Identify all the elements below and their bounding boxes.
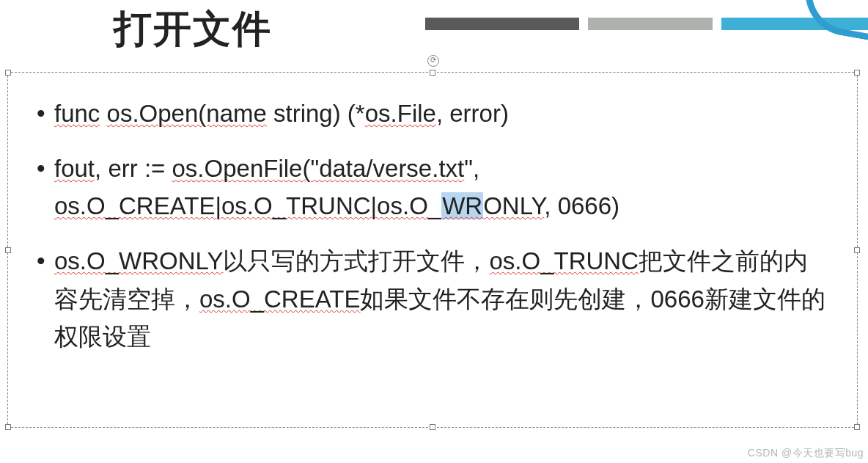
text [100, 100, 106, 127]
text: func [54, 100, 100, 127]
text: ONLY [483, 192, 544, 219]
resize-handle-e[interactable] [854, 247, 860, 253]
text: WRONLY [441, 192, 544, 219]
bullet-list: func os.Open(name string) (*os.File, err… [34, 95, 831, 355]
watermark: CSDN @今天也要写bug [748, 447, 864, 460]
bullet-item-3[interactable]: os.O_WRONLY以只写的方式打开文件，os.O_TRUNC把文件之前的内容… [34, 242, 831, 354]
text: 以只写的方式打开文件， [223, 247, 489, 274]
resize-handle-w[interactable] [5, 247, 11, 253]
decor-bars [416, 16, 868, 31]
text: os.File [365, 100, 436, 127]
text: os.O_CREATE|os.O_TRUNC|os.O [54, 192, 428, 219]
decor-bar-dark [425, 18, 579, 30]
resize-handle-n[interactable] [430, 70, 435, 76]
text: os.Open(name [107, 100, 267, 127]
resize-handle-s[interactable] [430, 424, 435, 430]
highlight: WR [441, 192, 483, 219]
resize-handle-nw[interactable] [5, 70, 11, 76]
text: os.O_TRUNC [489, 247, 639, 274]
resize-handle-sw[interactable] [5, 424, 11, 430]
text: _ [428, 192, 441, 219]
text: ", [464, 155, 479, 182]
bullet-item-2[interactable]: fout, err := os.OpenFile("data/verse.txt… [34, 150, 831, 225]
text-frame[interactable]: ⟳ func os.Open(name string) (*os.File, e… [7, 72, 858, 428]
text: fout [54, 155, 95, 182]
decor-bar-gray [588, 18, 713, 30]
rotate-handle-icon[interactable]: ⟳ [427, 55, 439, 67]
text: , err := [95, 155, 172, 182]
text: os.O_CREATE [199, 285, 360, 313]
slide: 打开文件 ⟳ func os.Open(name string) (*os.Fi… [0, 0, 868, 463]
text: os.O_WRONLY [54, 247, 223, 274]
text: os.OpenFile("data/verse.txt [172, 155, 465, 182]
slide-title: 打开文件 [114, 4, 272, 55]
text: string) (* [267, 100, 365, 127]
text: , error) [436, 100, 509, 127]
bullet-item-1[interactable]: func os.Open(name string) (*os.File, err… [34, 95, 831, 132]
resize-handle-ne[interactable] [854, 70, 860, 76]
resize-handle-se[interactable] [854, 424, 860, 430]
text: , 0666) [544, 192, 619, 219]
